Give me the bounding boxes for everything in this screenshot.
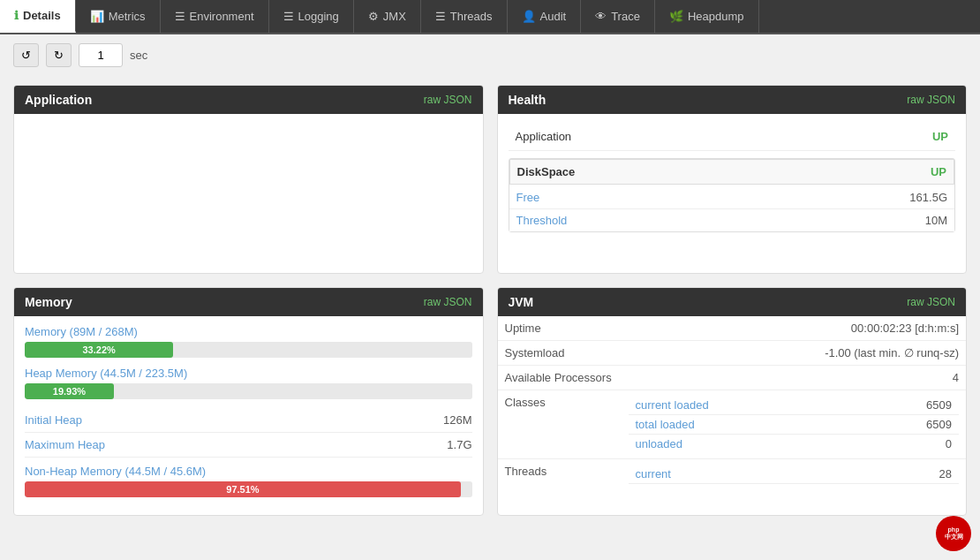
tab-jmx-label: JMX — [383, 10, 406, 23]
current-loaded-row: current loaded 6509 — [629, 396, 960, 415]
jvm-card-body: Uptime 00:00:02:23 [d:h:m:s] Systemload … — [498, 316, 967, 489]
nonheap-progress-fill: 97.51% — [25, 481, 461, 497]
health-card-header: Health raw JSON — [498, 86, 967, 114]
tab-threads[interactable]: ☰ Threads — [421, 0, 508, 33]
jvm-uptime-label: Uptime — [505, 322, 629, 335]
tab-jmx[interactable]: ⚙ JMX — [354, 0, 421, 33]
application-raw-json[interactable]: raw JSON — [424, 94, 472, 106]
threads-details: current 28 — [629, 465, 960, 484]
tab-environment-label: Environment — [190, 10, 254, 23]
auto-refresh-button[interactable]: ↻ — [46, 43, 72, 67]
tab-details[interactable]: ℹ Details — [0, 0, 76, 33]
tab-logging[interactable]: ☰ Logging — [269, 0, 354, 33]
jvm-classes-section: Classes current loaded 6509 total loaded… — [498, 390, 967, 459]
total-loaded-row: total loaded 6509 — [629, 415, 960, 435]
jvm-uptime-row: Uptime 00:00:02:23 [d:h:m:s] — [498, 316, 967, 341]
health-app-label: Application — [516, 130, 572, 143]
nonheap-pct-label: 97.51% — [226, 484, 259, 495]
memory-item: Memory (89M / 268M) 33.22% — [25, 325, 472, 358]
memory-card-header: Memory raw JSON — [14, 288, 483, 316]
threshold-value: 10M — [925, 214, 947, 227]
heap-label: Heap Memory (44.5M / 223.5M) — [25, 367, 472, 380]
initial-heap-label: Initial Heap — [25, 413, 82, 427]
jvm-systemload-row: Systemload -1.00 (last min. ∅ runq-sz) — [498, 341, 967, 366]
heapdump-icon: 🌿 — [669, 10, 683, 23]
interval-unit-label: sec — [130, 49, 147, 62]
interval-input[interactable] — [79, 43, 123, 67]
jvm-card-title: JVM — [509, 295, 534, 309]
application-card-title: Application — [25, 93, 92, 107]
application-card-body — [14, 114, 483, 273]
tab-metrics[interactable]: 📊 Metrics — [76, 0, 161, 33]
jvm-raw-json[interactable]: raw JSON — [907, 296, 955, 308]
trace-icon: 👁 — [595, 10, 607, 23]
jmx-icon: ⚙ — [368, 10, 379, 23]
tab-details-label: Details — [23, 9, 61, 22]
diskspace-status: UP — [931, 165, 946, 178]
threads-current-label: current — [636, 467, 900, 481]
health-raw-json[interactable]: raw JSON — [907, 94, 955, 106]
main-content: Application raw JSON Health raw JSON App… — [0, 76, 980, 525]
threads-current-value: 28 — [899, 467, 952, 481]
jvm-classes-label: Classes — [505, 396, 629, 409]
memory-pct-label: 33.22% — [82, 344, 115, 355]
max-heap-label: Maximum Heap — [25, 438, 105, 451]
threshold-row: Threshold 10M — [509, 209, 955, 231]
jvm-systemload-label: Systemload — [505, 346, 629, 359]
audit-icon: 👤 — [522, 10, 536, 23]
threads-current-row: current 28 — [629, 465, 960, 484]
heap-memory-item: Heap Memory (44.5M / 223.5M) 19.93% — [25, 367, 472, 399]
memory-raw-json[interactable]: raw JSON — [424, 296, 472, 308]
memory-card-body: Memory (89M / 268M) 33.22% Heap Memory (… — [14, 316, 483, 515]
nonheap-label: Non-Heap Memory (44.5M / 45.6M) — [25, 465, 472, 478]
classes-details: current loaded 6509 total loaded 6509 un… — [629, 396, 960, 453]
tab-heapdump-label: Heapdump — [688, 10, 744, 23]
info-icon: ℹ — [14, 9, 19, 22]
metrics-icon: 📊 — [90, 10, 104, 23]
initial-heap-value: 126M — [443, 413, 472, 427]
memory-progress-bg: 33.22% — [25, 342, 472, 358]
memory-card: Memory raw JSON Memory (89M / 268M) 33.2… — [13, 287, 484, 516]
application-card-header: Application raw JSON — [14, 86, 483, 114]
diskspace-section: DiskSpace UP Free 161.5G Threshold 10M — [509, 158, 956, 232]
diskspace-header: DiskSpace UP — [509, 159, 955, 185]
threshold-label: Threshold — [516, 214, 568, 227]
jvm-uptime-value: 00:00:02:23 [d:h:m:s] — [629, 322, 960, 335]
current-loaded-label: current loaded — [636, 398, 900, 412]
unloaded-label: unloaded — [636, 437, 900, 450]
max-heap-row: Maximum Heap 1.7G — [25, 433, 472, 458]
health-card-body: Application UP DiskSpace UP Free 161.5G … — [498, 114, 967, 241]
health-card: Health raw JSON Application UP DiskSpace… — [497, 85, 968, 274]
health-app-status: UP — [932, 130, 948, 143]
max-heap-value: 1.7G — [447, 438, 471, 451]
memory-label: Memory (89M / 268M) — [25, 325, 472, 338]
nonheap-memory-item: Non-Heap Memory (44.5M / 45.6M) 97.51% — [25, 465, 472, 497]
free-row: Free 161.5G — [509, 186, 955, 209]
nonheap-progress-bg: 97.51% — [25, 481, 472, 497]
heap-pct-label: 19.93% — [53, 386, 86, 397]
unloaded-row: unloaded 0 — [629, 435, 960, 453]
jvm-processors-label: Available Processors — [505, 371, 629, 384]
jvm-processors-row: Available Processors 4 — [498, 366, 967, 390]
jvm-processors-value: 4 — [629, 371, 960, 384]
jvm-card-header: JVM raw JSON — [498, 288, 967, 316]
total-loaded-label: total loaded — [636, 418, 900, 431]
refresh-button[interactable]: ↺ — [13, 43, 39, 67]
tab-heapdump[interactable]: 🌿 Heapdump — [655, 0, 759, 33]
logging-icon: ☰ — [283, 10, 294, 23]
total-loaded-value: 6509 — [899, 418, 952, 431]
threads-icon: ☰ — [435, 10, 446, 23]
tab-trace[interactable]: 👁 Trace — [581, 0, 655, 33]
free-value: 161.5G — [909, 191, 947, 204]
tab-audit-label: Audit — [540, 10, 567, 23]
health-card-title: Health — [509, 93, 547, 107]
tab-audit[interactable]: 👤 Audit — [508, 0, 582, 33]
heap-progress-bg: 19.93% — [25, 383, 472, 399]
jvm-systemload-value: -1.00 (last min. ∅ runq-sz) — [629, 346, 960, 359]
heap-progress-fill: 19.93% — [25, 383, 114, 399]
jvm-card: JVM raw JSON Uptime 00:00:02:23 [d:h:m:s… — [497, 287, 968, 516]
unloaded-value: 0 — [899, 437, 952, 450]
tab-environment[interactable]: ☰ Environment — [161, 0, 269, 33]
initial-heap-row: Initial Heap 126M — [25, 408, 472, 433]
jvm-threads-row: Threads current 28 — [498, 459, 967, 489]
